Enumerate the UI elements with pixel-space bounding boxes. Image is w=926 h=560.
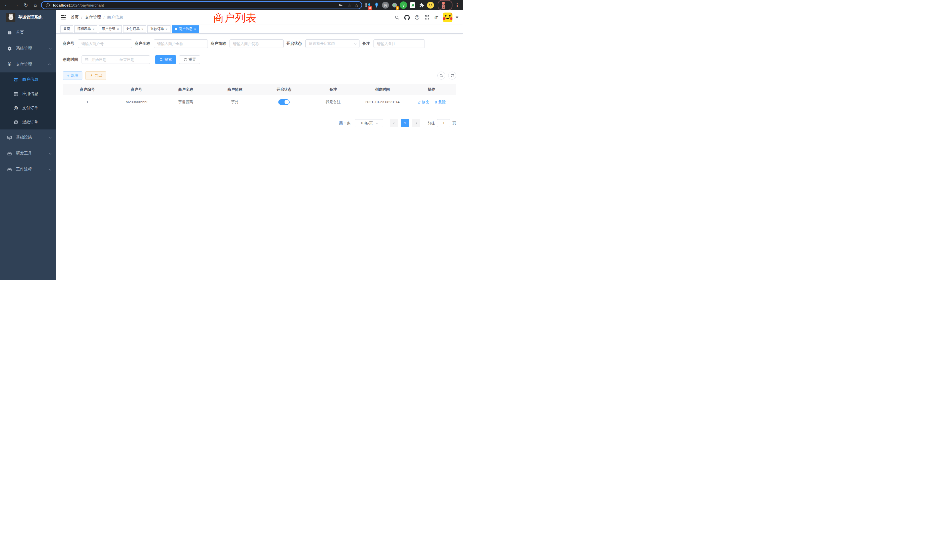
reset-button[interactable]: 重置: [179, 55, 200, 64]
sidebar-item-infrastructure[interactable]: 基础设施: [0, 129, 56, 145]
header-search-icon[interactable]: [395, 15, 399, 20]
goto-page-input[interactable]: [437, 119, 450, 127]
site-info-icon[interactable]: [44, 2, 51, 8]
col-merchant-no: 商户号: [112, 84, 161, 95]
table-grid-icon: [13, 91, 18, 96]
browser-reload-icon[interactable]: ↻: [22, 1, 30, 9]
yen-circle-icon: ¥: [13, 106, 18, 110]
tab-merchant-info[interactable]: 商户信息×: [172, 26, 199, 33]
annotation-title: 商户列表: [213, 11, 257, 25]
status-toggle[interactable]: [278, 99, 290, 105]
browser-update-button[interactable]: 更新: [437, 0, 452, 10]
short-name-input[interactable]: [230, 39, 284, 48]
remark-input[interactable]: [374, 39, 425, 48]
fullscreen-icon[interactable]: [425, 15, 430, 20]
prev-page-button[interactable]: [390, 119, 398, 127]
export-button[interactable]: 导出: [85, 71, 106, 80]
sidebar-item-workflow[interactable]: 工作流程: [0, 161, 56, 177]
short-name-label: 商户简称: [211, 41, 230, 46]
bookmark-star-icon[interactable]: ☆: [355, 3, 359, 8]
status-select[interactable]: 请选择开启状态: [305, 39, 360, 48]
next-page-button[interactable]: [412, 119, 420, 127]
browser-back-icon[interactable]: ←: [3, 1, 11, 9]
share-icon[interactable]: [346, 2, 353, 8]
browser-profile-avatar[interactable]: [427, 2, 434, 9]
extension-gem-icon[interactable]: [373, 2, 380, 9]
close-icon[interactable]: ×: [117, 27, 119, 31]
edit-link[interactable]: 修改: [418, 100, 429, 104]
tab-pay-order[interactable]: 支付订单×: [123, 26, 146, 33]
col-actions: 操作: [407, 84, 457, 95]
close-icon[interactable]: ×: [93, 27, 94, 31]
start-date-input[interactable]: [91, 57, 113, 62]
close-icon[interactable]: ×: [166, 27, 167, 31]
tab-home[interactable]: 首页: [61, 26, 73, 33]
github-icon[interactable]: [404, 15, 410, 20]
toggle-search-button[interactable]: [437, 71, 445, 80]
merchant-table: 商户编号 商户号 商户全称 商户简称 开启状态 备注 创建时间 操作 1 M23…: [63, 84, 456, 109]
extension-grid-icon[interactable]: 10: [364, 2, 371, 9]
chevron-left-icon: [393, 122, 395, 125]
date-range-picker[interactable]: -: [82, 55, 150, 64]
cell-short-name: 芋艿: [210, 95, 260, 109]
merchant-no-input[interactable]: [78, 39, 132, 48]
sidebar-item-home[interactable]: 首页: [0, 24, 56, 41]
payment-submenu: 商户信息 应用信息 ¥ 支付订单 退款订单: [0, 73, 56, 129]
browser-toolbar: ← → ↻ ⌂ localhost:1024/pay/merchant ☆ 10…: [0, 0, 463, 10]
extension-command-icon[interactable]: ⌘: [382, 2, 389, 9]
storefront-icon: [13, 77, 18, 82]
extension-doc-icon[interactable]: [409, 2, 416, 9]
chevron-right-icon: [415, 122, 418, 125]
toolbox-icon: [7, 151, 12, 156]
full-name-input[interactable]: [154, 39, 208, 48]
add-button[interactable]: + 新增: [63, 71, 82, 80]
sidebar-item-system[interactable]: 系统管理: [0, 41, 56, 56]
sidebar: 芋道管理系统 首页 系统管理 ¥ 支付管理 商户信息: [0, 10, 56, 280]
page-number-1[interactable]: 1: [401, 119, 409, 127]
refresh-table-button[interactable]: [448, 71, 456, 80]
address-bar[interactable]: localhost:1024/pay/merchant ☆: [41, 1, 362, 9]
dashboard-icon: [7, 30, 12, 35]
help-icon[interactable]: ?: [415, 15, 420, 20]
close-icon[interactable]: ×: [141, 27, 143, 31]
url-text[interactable]: localhost:1024/pay/merchant: [53, 3, 335, 8]
browser-home-icon[interactable]: ⌂: [32, 1, 39, 9]
app-logo-row[interactable]: 芋道管理系统: [0, 10, 56, 24]
tab-process-form[interactable]: 流程表单×: [74, 26, 97, 33]
end-date-input[interactable]: [119, 57, 141, 62]
browser-menu-icon[interactable]: ⋮: [454, 2, 460, 8]
avatar-caret-icon[interactable]: [455, 17, 458, 18]
tab-refund-order[interactable]: 退款订单×: [147, 26, 170, 33]
font-size-icon[interactable]: tT: [434, 15, 438, 20]
total-count: 共 1 条: [339, 121, 351, 126]
sidebar-item-dev-tools[interactable]: 研发工具: [0, 145, 56, 161]
breadcrumb-payment[interactable]: 支付管理: [85, 15, 101, 20]
delete-link[interactable]: 删除: [434, 100, 446, 104]
sidebar-item-refund-order[interactable]: 退款订单: [0, 115, 56, 129]
breadcrumb-home[interactable]: 首页: [71, 15, 79, 20]
user-avatar[interactable]: [443, 12, 452, 22]
search-button[interactable]: 搜索: [155, 55, 176, 64]
svg-text:¥: ¥: [15, 107, 17, 109]
extensions-puzzle-icon[interactable]: [418, 2, 425, 9]
extension-badge: 1: [396, 6, 399, 10]
filter-row-2: 创建时间 - 搜索 重置: [63, 55, 456, 64]
sidebar-collapse-icon[interactable]: [61, 15, 66, 20]
page-size-select[interactable]: 10条/页: [355, 119, 383, 127]
cell-remark: 我是备注: [309, 95, 358, 109]
extension-y-icon[interactable]: y: [400, 2, 407, 9]
sidebar-item-pay-order[interactable]: ¥ 支付订单: [0, 101, 56, 115]
refresh-icon: [450, 74, 454, 77]
sidebar-item-app-info[interactable]: 应用信息: [0, 87, 56, 101]
sidebar-item-payment[interactable]: ¥ 支付管理: [0, 56, 56, 73]
tab-user-group[interactable]: 用户分组×: [98, 26, 121, 33]
sidebar-item-merchant-info[interactable]: 商户信息: [0, 73, 56, 87]
extension-timer-icon[interactable]: 1: [391, 2, 398, 9]
table-header-row: 商户编号 商户号 商户全称 商户简称 开启状态 备注 创建时间 操作: [63, 84, 456, 95]
status-label: 开启状态: [286, 41, 305, 46]
sidebar-item-label: 研发工具: [16, 151, 32, 156]
password-key-icon[interactable]: [337, 2, 344, 8]
plus-icon: +: [67, 73, 69, 78]
col-create-time: 创建时间: [358, 84, 407, 95]
close-icon[interactable]: ×: [194, 27, 196, 31]
